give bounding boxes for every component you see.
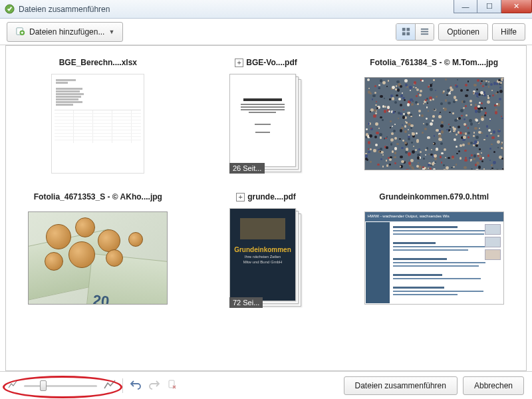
file-item[interactable]: Fotolia_4671353_S - © AKho....jpg 20 20 [22,192,174,308]
file-item[interactable]: Fotolia_761384_S - © M.Tom....jpg [358,58,510,174]
file-grid-panel: BGE_Berechn....xlsx /*rows drawn below v… [5,45,527,371]
svg-rect-4 [406,28,410,31]
thumbnail-small-icon [8,380,17,390]
file-name: BGE-Vo....pdf [246,58,297,67]
svg-rect-7 [421,29,428,30]
file-thumbnail: Grundeinkommen Ihre nächsten Zeilen Mitw… [226,208,306,308]
redo-icon [148,379,160,392]
thumbnail-size-slider[interactable] [24,380,97,392]
file-name: Fotolia_761384_S - © M.Tom....jpg [370,58,498,67]
file-thumbnail: /*rows drawn below via repetition*/ [28,74,168,174]
svg-rect-3 [402,28,406,31]
file-item[interactable]: BGE_Berechn....xlsx /*rows drawn below v… [22,58,174,174]
expand-pages-button[interactable]: + [235,59,243,67]
close-button[interactable]: ✕ [501,0,532,13]
add-files-icon [15,26,25,38]
merge-files-button[interactable]: Dateien zusammenführen [344,376,458,395]
add-files-button[interactable]: Dateien hinzufügen... ▼ [7,22,123,42]
pdf-preview: Grundeinkommen Ihre nächsten Zeilen Mitw… [229,208,303,308]
file-name: Grundeinkommen.679.0.html [379,192,489,201]
add-files-label: Dateien hinzufügen... [29,27,104,37]
expand-pages-button[interactable]: + [236,193,245,201]
file-thumbnail [364,74,504,174]
dropdown-caret-icon: ▼ [108,29,114,35]
thumbnail-view-button[interactable] [396,24,415,40]
list-view-button[interactable] [415,24,434,40]
file-item[interactable]: Grundeinkommen.679.0.html HWWI - wachsen… [358,192,510,308]
svg-rect-5 [402,32,406,35]
file-thumbnail: 26 Seit... [226,74,306,174]
help-button[interactable]: Hilfe [492,23,525,41]
file-thumbnail: HWWI - wachsender Output, wachsendes Wis [364,208,504,308]
image-preview [364,77,504,170]
undo-icon[interactable] [130,379,142,392]
remove-file-icon [167,379,178,392]
image-preview: 20 20 [28,211,168,305]
cancel-button[interactable]: Abbrechen [463,376,524,395]
svg-rect-6 [406,32,410,35]
file-name: Fotolia_4671353_S - © AKho....jpg [34,192,162,201]
maximize-button[interactable]: ☐ [477,0,501,13]
titlebar: Dateien zusammenführen — ☐ ✕ [0,0,532,19]
options-button[interactable]: Optionen [438,23,488,41]
file-name: BGE_Berechn....xlsx [59,58,137,67]
window-controls: — ☐ ✕ [454,0,532,13]
svg-rect-8 [421,31,428,33]
view-toggle [396,23,434,41]
toolbar: Dateien hinzufügen... ▼ Optionen Hilfe [0,19,532,45]
thumbnail-large-icon [104,380,116,391]
app-icon [4,4,15,15]
page-count-badge: 72 Sei... [229,297,263,308]
file-item[interactable]: + grunde....pdf Grundeinkommen Ihre näch… [190,192,342,308]
pdf-preview: 26 Seit... [229,74,303,174]
page-count-badge: 26 Seit... [229,163,265,174]
html-preview: HWWI - wachsender Output, wachsendes Wis [364,211,504,305]
file-thumbnail: 20 20 [28,208,168,308]
window-title: Dateien zusammenführen [19,5,110,14]
xlsx-preview: /*rows drawn below via repetition*/ [51,74,144,174]
separator [122,378,123,393]
file-item[interactable]: + BGE-Vo....pdf 26 Sei [190,58,342,174]
footer: Dateien zusammenführen Abbrechen [0,371,532,399]
svg-rect-9 [421,33,428,35]
file-name: grunde....pdf [247,192,296,201]
minimize-button[interactable]: — [454,0,477,13]
